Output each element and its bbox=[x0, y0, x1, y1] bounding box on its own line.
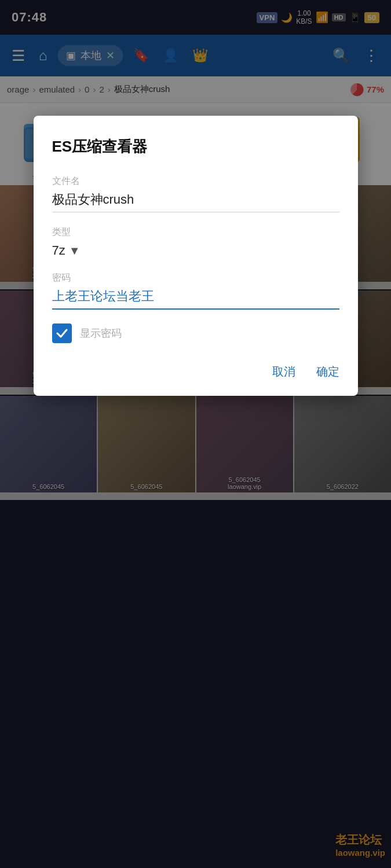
type-label: 类型 bbox=[52, 226, 339, 238]
overlay: ES压缩查看器 文件名 类型 7z ▼ 密码 显示密码 取消 确定 bbox=[0, 0, 391, 868]
type-select-wrapper: 7z ▼ bbox=[52, 243, 339, 258]
dialog-actions: 取消 确定 bbox=[52, 364, 339, 380]
show-password-row: 显示密码 bbox=[52, 323, 339, 343]
password-input[interactable] bbox=[52, 289, 339, 310]
show-password-label: 显示密码 bbox=[80, 326, 122, 340]
cancel-button[interactable]: 取消 bbox=[272, 364, 295, 380]
dialog-title: ES压缩查看器 bbox=[52, 137, 339, 157]
filename-label: 文件名 bbox=[52, 175, 339, 187]
password-label: 密码 bbox=[52, 272, 339, 284]
show-password-checkbox[interactable] bbox=[52, 323, 72, 343]
filename-input[interactable] bbox=[52, 192, 339, 212]
type-dropdown-arrow[interactable]: ▼ bbox=[69, 244, 81, 258]
confirm-button[interactable]: 确定 bbox=[316, 364, 339, 380]
checkmark-icon bbox=[56, 327, 68, 340]
type-value: 7z bbox=[52, 243, 65, 258]
dialog: ES压缩查看器 文件名 类型 7z ▼ 密码 显示密码 取消 确定 bbox=[34, 116, 358, 396]
